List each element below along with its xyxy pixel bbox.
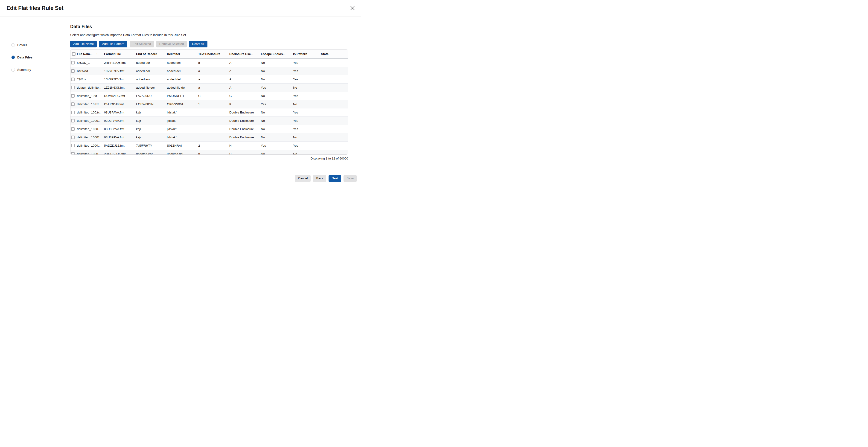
column-header-file-nam[interactable]: File Nam... ↑ [77,52,104,56]
column-menu-icon[interactable] [287,53,290,55]
column-menu-icon[interactable] [315,53,318,55]
column-header-is-pattern[interactable]: Is Pattern [293,52,321,56]
table-cell: delimited_1000.... [77,119,104,123]
back-button[interactable]: Back [313,175,326,182]
table-cell: ljdslakf [167,119,198,123]
table-cell: 03U3PAVA.fmt [104,127,136,131]
row-checkbox[interactable] [71,94,74,98]
table-row[interactable]: R$%#fd10V7P7DV.fmtadded eoradded delaANo… [70,67,348,75]
stepper-item-summary[interactable]: Summary [11,68,31,72]
table-cell: C [198,94,229,98]
reset-all-button[interactable]: Reset All [189,41,207,47]
column-menu-icon[interactable] [343,53,346,55]
table-cell: ^$#fds [77,77,104,81]
table-row[interactable]: delimited_1000...2RHRS8Q6.fmtupdated eor… [70,150,348,155]
table-row[interactable]: delimited_10001...03U3PAVA.fmtkejrljdsla… [70,133,348,141]
stepper-item-details[interactable]: Details [11,43,27,47]
add-file-name-button[interactable]: Add File Name [70,41,97,47]
column-menu-icon[interactable] [192,53,195,55]
table-cell: @$DD_1 [77,61,104,64]
table-cell: added del [167,69,198,73]
table-cell: Double Enclosure [229,127,261,131]
table-cell: updated eor [136,152,167,155]
column-menu-icon[interactable] [223,53,226,55]
table-cell: G [229,94,261,98]
row-checkbox[interactable] [71,111,74,114]
row-checkbox[interactable] [71,119,74,123]
row-select-cell [70,61,77,64]
table-cell: kejr [136,111,167,114]
save-button[interactable]: Save [343,175,356,182]
close-button[interactable] [348,4,356,12]
table-cell: PMUSDEH1 [167,94,198,98]
column-header-label: Escape Enclos... [261,52,285,56]
edit-selected-button[interactable]: Edit Selected [130,41,154,47]
row-checkbox[interactable] [71,135,74,139]
column-menu-icon[interactable] [161,53,164,55]
next-button[interactable]: Next [329,175,341,182]
column-header-text-enclosure[interactable]: Text Enclosure [198,52,229,56]
row-checkbox[interactable] [71,61,74,64]
column-menu-icon[interactable] [98,53,101,55]
column-header-format-file[interactable]: Format File [104,52,136,56]
column-header-label: Is Pattern [293,52,307,56]
add-file-pattern-button[interactable]: Add File Pattern [99,41,127,47]
row-checkbox[interactable] [71,77,74,81]
table-cell: Yes [293,94,321,98]
column-header-state[interactable]: State [321,52,348,56]
table-row[interactable]: ^$#fds10V7P7DV.fmtadded eoradded delaANo… [70,75,348,84]
table-cell: 10V7P7DV.fmt [104,77,136,81]
row-select-cell [70,77,77,81]
row-checkbox[interactable] [71,69,74,73]
row-checkbox[interactable] [71,86,74,89]
remove-selected-button[interactable]: Remove Selected [156,41,187,47]
table-cell: added del [167,61,198,64]
table-cell: Yes [261,144,293,147]
table-cell: No [261,111,293,114]
table-cell: 10V7P7DV.fmt [104,69,136,73]
table-cell: Yes [293,119,321,123]
table-cell: 03U3PAVA.fmt [104,135,136,139]
row-checkbox[interactable] [71,152,74,155]
row-select-cell [70,94,77,98]
table-cell: No [261,94,293,98]
table-cell: Yes [261,86,293,89]
step-circle-active-icon [11,56,15,59]
column-header-delimiter[interactable]: Delimiter [167,52,198,56]
modal-footer: Cancel Back Next Save [0,173,361,186]
table-cell: 03U3PAVA.fmt [104,111,136,114]
column-menu-icon[interactable] [130,53,133,55]
select-all-checkbox[interactable] [72,52,75,56]
table-cell: A [229,61,261,64]
table-row[interactable]: delimited_1000....03U3PAVA.fmtkejrljdsla… [70,117,348,125]
table-cell: Yes [293,111,321,114]
table-cell: No [261,127,293,131]
table-row[interactable]: delimited_1000...03U3PAVA.fmtkejrljdslak… [70,125,348,133]
column-menu-icon[interactable] [255,53,258,55]
table-row[interactable]: @$DD_12RHRS8Q6.fmtadded eoradded delaANo… [70,59,348,67]
table-row[interactable]: delimited_10.txtD5LIQDJ8.fmtFOBW6KYNOK0Z… [70,100,348,108]
column-header-end-of-record[interactable]: End of Record [136,52,167,56]
cancel-button[interactable]: Cancel [295,175,311,182]
table-row[interactable]: delimited_1000...5ADZDJ15.fmt7U5FRHTYS03… [70,141,348,150]
row-checkbox[interactable] [71,144,74,147]
table-cell: a [198,77,229,81]
row-checkbox[interactable] [71,102,74,106]
table-header-row: File Nam... ↑ Format File End of Record … [70,50,348,59]
table-cell: No [261,152,293,155]
column-header-escape-enclos[interactable]: Escape Enclos... [261,52,293,56]
table-row[interactable]: default_delimite...1Z91N63G.fmtadded fil… [70,84,348,92]
table-cell: Yes [293,144,321,147]
column-header-enclosure-esc[interactable]: Enclosure Esc... [229,52,261,56]
table-cell: Yes [293,127,321,131]
table-cell: updated del [167,152,198,155]
stepper-item-data-files[interactable]: Data Files [11,56,32,59]
table-row[interactable]: delimited_100.txt03U3PAVA.fmtkejrljdslak… [70,108,348,117]
table-cell: A [229,69,261,73]
table-cell: default_delimite... [77,86,104,89]
table-row[interactable]: delimited_1.txtROM52ILG.fmtLA7A20DUPMUSD… [70,92,348,100]
row-checkbox[interactable] [71,127,74,131]
main-panel: Data Files Select and configure which im… [63,16,361,173]
table-cell: u [198,152,229,155]
table-cell: No [261,135,293,139]
